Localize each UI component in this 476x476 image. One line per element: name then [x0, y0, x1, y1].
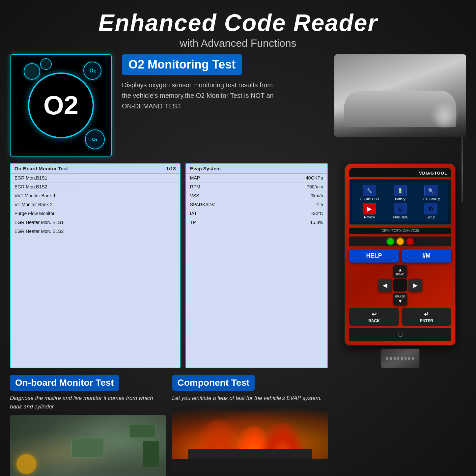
screen-item-dtc: 🔍 DTC Lookup [417, 185, 445, 201]
onboard-monitor-title: On-board Monitor Test [10, 375, 119, 391]
page-header: Enhanced Code Reader with Advanced Funct… [0, 0, 476, 54]
device-model: OBDII/EOBD+CAN VD30 [349, 228, 451, 234]
dtc-icon: 🔍 [424, 185, 437, 196]
o2-monitoring-title: O2 Monitoring Test [122, 54, 242, 75]
obd-connector [380, 349, 420, 368]
top-row: O2 O₂ O₂ O2 Monitoring Test Displays oxy… [10, 54, 466, 156]
evap-table: Evap System MAP 40OKPa RPM 760/min VSS 0… [185, 163, 328, 368]
screen-grid: 🔧 OBDII/EOBD 🔋 Battery [355, 185, 445, 219]
obd-cable [462, 137, 463, 203]
evap-row-3: VSS 0km/h [186, 191, 327, 200]
car-image [334, 54, 466, 137]
car-image-inner [334, 54, 466, 137]
help-button[interactable]: HELP [349, 249, 399, 263]
up-arrow-icon: ▲ [398, 267, 403, 272]
right-button[interactable]: ▶ [408, 279, 422, 292]
o2-bubble-1 [24, 63, 40, 80]
erase-button[interactable]: ERASE ▼ [393, 293, 407, 305]
obdii-label: OBDII/EOBD [360, 197, 379, 201]
screen-item-battery: 🔋 Battery [386, 185, 414, 201]
engine-parts [10, 415, 166, 476]
back-button[interactable]: ↩ BACK [349, 308, 399, 326]
setup-icon: ⚙ [424, 203, 437, 214]
screen-item-setup: ⚙ Setup [417, 203, 445, 219]
component-test-section: Component Test Let you ienitiate a leak … [172, 375, 328, 472]
o2-circle: O2 [28, 72, 94, 138]
status-lights [349, 237, 451, 246]
obdii-icon: 🔧 [363, 185, 376, 196]
device-body: VDIAGTOOL 🔧 OBDII/EOBD [344, 163, 456, 346]
evap-table-header: Evap System [186, 164, 327, 174]
screen-item-print: 🖨 Print Data [386, 203, 414, 219]
brand-name: VDIAGTOOL [419, 171, 447, 176]
dtc-label: DTC Lookup [422, 197, 440, 201]
monitor-table-header: On-Board Monitor Test 1/13 [11, 164, 180, 174]
monitor-row-3: VVT Monitor Bank 1 [11, 191, 180, 200]
status-light-red [407, 238, 413, 245]
o2-description: Displays oxygen sensor monitoring test r… [122, 80, 280, 111]
fire-parts [172, 406, 328, 472]
connector-pins [386, 357, 414, 360]
nav-row-top: ▲ READ [378, 265, 422, 278]
o2-small-icon-1: O₂ [83, 62, 101, 80]
status-light-yellow [397, 238, 404, 245]
monitor-table: On-Board Monitor Test 1/13 EGR Mon.B1S1 … [10, 163, 181, 368]
onboard-monitor-desc: Diagnose the misfire and live monitor it… [10, 394, 166, 411]
o2-bubble-2 [40, 58, 52, 70]
nav-row-middle: ◀ ▶ [378, 279, 422, 292]
print-icon: 🖨 [394, 203, 407, 214]
obd-device: VDIAGTOOL 🔧 OBDII/EOBD [344, 163, 456, 368]
o2-text-label: O2 [43, 90, 79, 121]
im-button[interactable]: I/M [402, 249, 451, 263]
device-brand-bar: VDIAGTOOL [349, 168, 451, 177]
o2-icon-box: O2 O₂ O₂ [10, 54, 112, 156]
middle-row: On-Board Monitor Test 1/13 EGR Mon.B1S1 … [10, 163, 466, 368]
screen-item-review: ▶ Review [355, 203, 384, 219]
engine-image [10, 415, 166, 476]
device-screen: 🔧 OBDII/EOBD 🔋 Battery [349, 179, 451, 225]
fire-image [172, 406, 328, 472]
monitor-row-4: VT Monitor Bank 2 [11, 200, 180, 209]
monitor-row-2: EGR Mon.B1S2 [11, 182, 180, 191]
battery-label: Battery [395, 197, 406, 201]
page-subtitle: with Advanced Functions [0, 37, 476, 49]
review-icon: ▶ [363, 203, 376, 214]
evap-row-6: TP 15.3% [186, 218, 327, 227]
usb-icon: ⎔ [398, 331, 403, 338]
down-arrow-icon: ▼ [398, 298, 403, 304]
page-title: Enhanced Code Reader [0, 10, 476, 36]
monitor-row-7: EGR Heater Mon. B1S2 [11, 227, 180, 236]
evap-row-5: IAT -34°C [186, 209, 327, 218]
setup-label: Setup [427, 215, 435, 219]
bottom-row: On-board Monitor Test Diagnose the misfi… [10, 375, 466, 476]
tables-container: On-Board Monitor Test 1/13 EGR Mon.B1S1 … [10, 163, 328, 368]
component-test-title: Component Test [172, 375, 255, 391]
main-content: O2 O₂ O₂ O2 Monitoring Test Displays oxy… [0, 54, 476, 476]
monitor-row-1: EGR Mon.B1S1 [11, 174, 180, 182]
o2-info-section: O2 Monitoring Test Displays oxygen senso… [119, 54, 328, 111]
device-bottom: ⎔ [349, 328, 451, 341]
back-enter-row: ↩ BACK ↵ ENTER [349, 308, 451, 326]
read-button[interactable]: ▲ READ [393, 265, 407, 278]
onboard-monitor-section: On-board Monitor Test Diagnose the misfi… [10, 375, 166, 476]
nav-row-bottom: ERASE ▼ [378, 293, 422, 305]
obd-device-area: VDIAGTOOL 🔧 OBDII/EOBD [334, 163, 466, 368]
screen-inner: 🔧 OBDII/EOBD 🔋 Battery [352, 182, 448, 222]
status-light-green [387, 238, 394, 245]
evap-row-2: RPM 760/min [186, 182, 327, 191]
enter-button[interactable]: ↵ ENTER [402, 308, 451, 326]
evap-row-1: MAP 40OKPa [186, 174, 327, 182]
battery-icon: 🔋 [394, 185, 407, 196]
nav-cluster: ▲ READ ◀ ▶ [349, 265, 451, 305]
component-test-desc: Let you ienitiate a leak of test for the… [172, 394, 328, 403]
monitor-row-5: Purge Flow Monitor [11, 209, 180, 218]
review-label: Review [364, 215, 375, 219]
left-button[interactable]: ◀ [378, 279, 392, 292]
help-im-row: HELP I/M [349, 249, 451, 263]
print-label: Print Data [393, 215, 407, 219]
center-pad [393, 279, 407, 292]
screen-item-obdii: 🔧 OBDII/EOBD [355, 185, 384, 201]
o2-small-icon-2: O₂ [85, 129, 105, 149]
monitor-row-6: EGR Heater Mon. B1S1 [11, 218, 180, 227]
evap-row-4: SPARKADV -1.5 [186, 200, 327, 209]
